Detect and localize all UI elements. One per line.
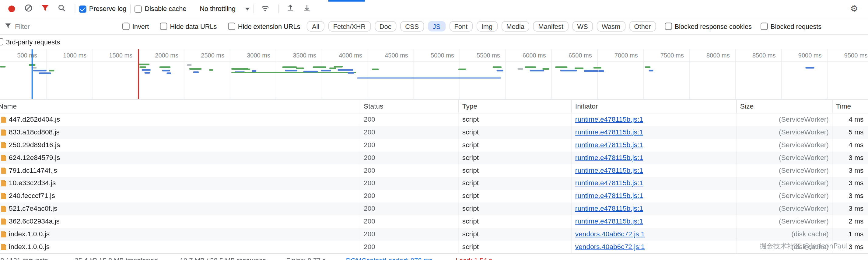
- settings-button[interactable]: ⚙: [847, 2, 861, 16]
- import-har-button[interactable]: [283, 2, 297, 16]
- request-size: (ServiceWorker): [736, 126, 832, 139]
- waterfall-bar: [334, 66, 343, 67]
- timeline-tick-label: 5500 ms: [476, 52, 500, 59]
- network-conditions-button[interactable]: [258, 2, 272, 16]
- request-status: 200: [360, 177, 458, 190]
- request-row[interactable]: 624.12e84579.js200scriptruntime.e478115b…: [0, 152, 868, 164]
- waterfall-bar: [645, 66, 650, 68]
- dcl-event-line: [32, 49, 33, 99]
- column-header-time[interactable]: Time: [832, 99, 868, 113]
- initiator-link[interactable]: runtime.e478115b.js:1: [575, 192, 643, 199]
- waterfall-bar: [493, 66, 502, 68]
- initiator-link[interactable]: runtime.e478115b.js:1: [575, 141, 643, 149]
- request-initiator: runtime.e478115b.js:1: [571, 190, 736, 202]
- blocked-response-cookies-checkbox[interactable]: Blocked response cookies: [665, 23, 752, 30]
- column-header-size[interactable]: Size: [736, 99, 832, 113]
- timeline-tick-label: 7000 ms: [615, 52, 638, 59]
- column-header-name[interactable]: Name: [0, 99, 360, 113]
- script-file-icon: [1, 243, 7, 251]
- request-row[interactable]: 362.6c02934a.js200scriptruntime.e478115b…: [0, 215, 868, 228]
- initiator-link[interactable]: runtime.e478115b.js:1: [575, 205, 643, 212]
- request-row[interactable]: index.1.0.0.js200scriptvendors.40ab6c72.…: [0, 240, 868, 253]
- ruler-separator: [0, 61, 868, 62]
- column-header-status[interactable]: Status: [360, 99, 458, 113]
- waterfall-bar: [252, 70, 256, 72]
- request-time: 1 ms: [832, 228, 868, 240]
- filter-input[interactable]: Filter: [5, 21, 118, 31]
- hide-extension-urls-checkbox[interactable]: Hide extension URLs: [228, 23, 300, 30]
- filter-pill-other[interactable]: Other: [629, 21, 656, 32]
- timeline-gridline: [689, 49, 690, 99]
- filter-pill-css[interactable]: CSS: [400, 21, 424, 32]
- timeline-gridline: [505, 49, 506, 99]
- filter-toggle-button[interactable]: [38, 2, 52, 16]
- filter-pill-fetch-xhr[interactable]: Fetch/XHR: [328, 21, 370, 32]
- third-party-requests-checkbox[interactable]: 3rd-party requests: [0, 38, 60, 45]
- funnel-icon: [5, 21, 12, 31]
- initiator-link[interactable]: vendors.40ab6c72.js:1: [575, 243, 645, 251]
- filter-pill-ws[interactable]: WS: [572, 21, 593, 32]
- initiator-link[interactable]: runtime.e478115b.js:1: [575, 154, 643, 161]
- waterfall-bar: [372, 69, 379, 70]
- request-size: (ServiceWorker): [736, 177, 832, 190]
- checkbox-icon: [0, 38, 3, 45]
- request-row[interactable]: 10.e33c2d34.js200scriptruntime.e478115b.…: [0, 177, 868, 190]
- disable-cache-label: Disable cache: [145, 5, 186, 12]
- record-button[interactable]: [5, 2, 19, 16]
- network-overview[interactable]: 500 ms1000 ms1500 ms2000 ms2500 ms3000 m…: [0, 48, 868, 99]
- request-type: script: [458, 113, 571, 126]
- filter-pill-manifest[interactable]: Manifest: [533, 21, 568, 32]
- request-row[interactable]: index.1.0.0.js200scriptvendors.40ab6c72.…: [0, 228, 868, 240]
- column-header-type[interactable]: Type: [458, 99, 571, 113]
- disable-cache-checkbox[interactable]: Disable cache: [135, 5, 187, 12]
- request-row[interactable]: 250.29d89d16.js200scriptruntime.e478115b…: [0, 139, 868, 152]
- upload-icon: [286, 4, 294, 14]
- request-type: script: [458, 177, 571, 190]
- download-icon: [303, 4, 311, 14]
- waterfall-bar: [166, 72, 171, 74]
- checkbox-icon: [761, 23, 768, 30]
- request-status: 200: [360, 139, 458, 152]
- invert-checkbox[interactable]: Invert: [122, 23, 149, 30]
- watermark: 掘金技术社区 @JerisonPaul: [760, 242, 848, 251]
- waterfall-bar: [805, 67, 814, 68]
- request-status: 200: [360, 126, 458, 139]
- request-row[interactable]: 521.c7e4ac0f.js200scriptruntime.e478115b…: [0, 202, 868, 215]
- request-row[interactable]: 833.a18cd808.js200scriptruntime.e478115b…: [0, 126, 868, 139]
- initiator-link[interactable]: runtime.e478115b.js:1: [575, 128, 643, 136]
- timeline-gridline: [276, 49, 276, 99]
- initiator-link[interactable]: runtime.e478115b.js:1: [575, 218, 643, 225]
- throttling-select[interactable]: No throttling: [200, 5, 250, 12]
- search-button[interactable]: [54, 2, 68, 16]
- request-type: script: [458, 152, 571, 164]
- filter-pill-media[interactable]: Media: [501, 21, 529, 32]
- request-row[interactable]: 240.fecccf71.js200scriptruntime.e478115b…: [0, 190, 868, 202]
- column-header-initiator[interactable]: Initiator: [571, 99, 736, 113]
- filter-pill-wasm[interactable]: Wasm: [597, 21, 625, 32]
- request-name: 250.29d89d16.js: [0, 139, 360, 152]
- filter-pill-doc[interactable]: Doc: [374, 21, 396, 32]
- request-row[interactable]: 447.d252d404.js200scriptruntime.e478115b…: [0, 113, 868, 126]
- hide-data-urls-checkbox[interactable]: Hide data URLs: [160, 23, 217, 30]
- filter-pill-img[interactable]: Img: [476, 21, 497, 32]
- waterfall-bar: [525, 66, 536, 68]
- filter-pill-all[interactable]: All: [307, 21, 324, 32]
- filter-pill-font[interactable]: Font: [449, 21, 472, 32]
- filter-pill-js[interactable]: JS: [428, 21, 445, 32]
- export-har-button[interactable]: [300, 2, 314, 16]
- request-row[interactable]: 791.dc11474f.js200scriptruntime.e478115b…: [0, 164, 868, 177]
- toolbar-divider: [254, 5, 254, 13]
- request-status: 200: [360, 240, 458, 253]
- request-name: 10.e33c2d34.js: [0, 177, 360, 190]
- blocked-requests-checkbox[interactable]: Blocked requests: [761, 23, 822, 30]
- preserve-log-checkbox[interactable]: Preserve log: [79, 5, 126, 12]
- clear-button[interactable]: [21, 2, 35, 16]
- initiator-link[interactable]: runtime.e478115b.js:1: [575, 179, 643, 187]
- request-initiator: vendors.40ab6c72.js:1: [571, 228, 736, 240]
- timeline-tick-label: 8500 ms: [752, 52, 776, 59]
- initiator-link[interactable]: runtime.e478115b.js:1: [575, 167, 643, 174]
- request-time: 3 ms: [832, 190, 868, 202]
- initiator-link[interactable]: runtime.e478115b.js:1: [575, 116, 643, 123]
- timeline-gridline: [184, 49, 184, 99]
- initiator-link[interactable]: vendors.40ab6c72.js:1: [575, 230, 645, 238]
